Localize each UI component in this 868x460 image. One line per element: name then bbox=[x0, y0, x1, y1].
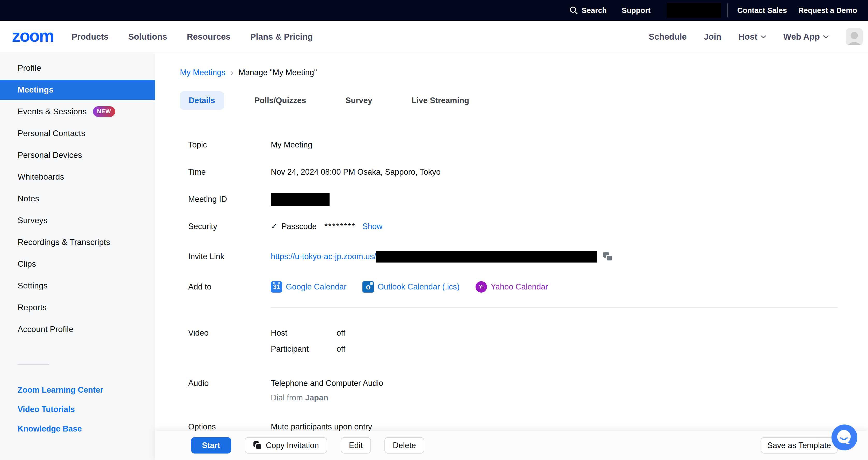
sidebar-item-label: Account Profile bbox=[18, 324, 73, 334]
google-calendar-icon: 31 bbox=[271, 281, 282, 293]
nav-host-label: Host bbox=[739, 32, 757, 42]
google-calendar-label: Google Calendar bbox=[286, 282, 346, 292]
video-participant-label: Participant bbox=[271, 344, 337, 354]
tab-bar: Details Polls/Quizzes Survey Live Stream… bbox=[180, 91, 868, 110]
zoom-logo[interactable]: zoom bbox=[12, 27, 53, 47]
video-host-label: Host bbox=[271, 328, 337, 338]
outlook-calendar-link[interactable]: o Outlook Calendar (.ics) bbox=[363, 281, 460, 293]
dial-from-prefix: Dial from bbox=[271, 393, 305, 402]
breadcrumb-separator: › bbox=[231, 68, 234, 77]
sidebar-item-reports[interactable]: Reports bbox=[0, 297, 155, 317]
contact-sales-link[interactable]: Contact Sales bbox=[737, 6, 787, 15]
request-demo-link[interactable]: Request a Demo bbox=[798, 6, 857, 15]
main-content: My Meetings › Manage "My Meeting" Detail… bbox=[155, 53, 868, 460]
search-button[interactable]: Search bbox=[569, 6, 607, 15]
copy-invitation-label: Copy Invitation bbox=[266, 441, 319, 450]
sidebar-item-label: Recordings & Transcripts bbox=[18, 237, 110, 247]
sidebar-item-clips[interactable]: Clips bbox=[0, 254, 155, 274]
delete-button[interactable]: Delete bbox=[384, 437, 424, 454]
tab-survey[interactable]: Survey bbox=[337, 91, 381, 110]
nav-schedule[interactable]: Schedule bbox=[649, 32, 687, 42]
copy-invite-link-icon[interactable] bbox=[603, 251, 613, 262]
nav-solutions[interactable]: Solutions bbox=[128, 32, 167, 42]
tab-live-streaming[interactable]: Live Streaming bbox=[403, 91, 478, 110]
sidebar-item-surveys[interactable]: Surveys bbox=[0, 210, 155, 230]
nav-host[interactable]: Host bbox=[739, 32, 766, 42]
sidebar-link-video-tutorials[interactable]: Video Tutorials bbox=[0, 400, 155, 419]
sidebar-item-personal-devices[interactable]: Personal Devices bbox=[0, 145, 155, 165]
options-section: Options Mute participants upon entry bbox=[155, 422, 868, 431]
time-label: Time bbox=[188, 167, 271, 177]
action-bar: Start Copy Invitation Edit Delete Save a… bbox=[155, 431, 868, 460]
breadcrumb: My Meetings › Manage "My Meeting" bbox=[180, 68, 868, 77]
sidebar-item-label: Clips bbox=[18, 259, 36, 269]
chevron-down-icon bbox=[761, 35, 766, 38]
options-value: Mute participants upon entry bbox=[271, 422, 372, 431]
new-badge: NEW bbox=[93, 106, 115, 117]
search-label: Search bbox=[582, 6, 607, 15]
sidebar: Profile Meetings Events & Sessions NEW P… bbox=[0, 53, 155, 460]
topbar-divider bbox=[727, 3, 728, 17]
yahoo-calendar-link[interactable]: Y! Yahoo Calendar bbox=[475, 281, 548, 293]
sidebar-item-account-profile[interactable]: Account Profile bbox=[0, 319, 155, 339]
nav-web-app-label: Web App bbox=[783, 32, 820, 42]
sidebar-item-settings[interactable]: Settings bbox=[0, 276, 155, 296]
sidebar-item-label: Profile bbox=[18, 63, 41, 73]
nav-products[interactable]: Products bbox=[71, 32, 108, 42]
passcode-mask: ******** bbox=[324, 222, 356, 231]
sidebar-item-label: Notes bbox=[18, 194, 39, 203]
nav-web-app[interactable]: Web App bbox=[783, 32, 829, 42]
sidebar-item-recordings-transcripts[interactable]: Recordings & Transcripts bbox=[0, 232, 155, 252]
edit-button[interactable]: Edit bbox=[341, 437, 371, 454]
breadcrumb-my-meetings[interactable]: My Meetings bbox=[180, 68, 225, 77]
yahoo-calendar-label: Yahoo Calendar bbox=[491, 282, 548, 292]
start-button[interactable]: Start bbox=[191, 437, 231, 454]
google-calendar-link[interactable]: 31 Google Calendar bbox=[271, 281, 346, 293]
sidebar-link-knowledge-base[interactable]: Knowledge Base bbox=[0, 419, 155, 438]
sidebar-item-meetings[interactable]: Meetings bbox=[0, 80, 155, 100]
main-navbar: zoom Products Solutions Resources Plans … bbox=[0, 21, 868, 53]
sidebar-item-whiteboards[interactable]: Whiteboards bbox=[0, 167, 155, 187]
invite-link-label: Invite Link bbox=[188, 252, 271, 261]
security-row: Security ✓ Passcode ******** Show bbox=[155, 213, 868, 240]
nav-resources[interactable]: Resources bbox=[187, 32, 231, 42]
sidebar-link-learning-center[interactable]: Zoom Learning Center bbox=[0, 380, 155, 400]
sidebar-item-profile[interactable]: Profile bbox=[0, 58, 155, 78]
user-avatar[interactable] bbox=[846, 28, 863, 45]
sidebar-item-label: Reports bbox=[18, 303, 46, 312]
save-as-template-button[interactable]: Save as Template bbox=[761, 437, 838, 454]
support-chat-button[interactable] bbox=[832, 425, 858, 451]
outlook-calendar-label: Outlook Calendar (.ics) bbox=[377, 282, 460, 292]
yahoo-calendar-icon: Y! bbox=[475, 281, 487, 293]
video-host-row: Host off bbox=[271, 328, 345, 338]
nav-plans-pricing[interactable]: Plans & Pricing bbox=[250, 32, 313, 42]
security-label: Security bbox=[188, 222, 271, 231]
section-divider bbox=[271, 307, 838, 308]
add-to-row: Add to 31 Google Calendar o Outlook Cale… bbox=[155, 273, 868, 300]
dial-from-line: Dial from Japan bbox=[271, 393, 383, 402]
invite-link-row: Invite Link https://u-tokyo-ac-jp.zoom.u… bbox=[155, 240, 868, 273]
chat-bubble-icon bbox=[832, 425, 858, 451]
nav-join[interactable]: Join bbox=[704, 32, 721, 42]
sidebar-item-label: Whiteboards bbox=[18, 172, 64, 182]
page-title: Manage "My Meeting" bbox=[239, 68, 317, 77]
invite-link-url[interactable]: https://u-tokyo-ac-jp.zoom.us/ bbox=[271, 252, 376, 261]
meeting-id-label: Meeting ID bbox=[188, 195, 271, 204]
sidebar-item-events-sessions[interactable]: Events & Sessions NEW bbox=[0, 102, 155, 121]
person-icon bbox=[846, 31, 863, 45]
sidebar-item-label: Settings bbox=[18, 281, 48, 290]
tab-details[interactable]: Details bbox=[180, 91, 224, 110]
dial-from-country: Japan bbox=[305, 393, 329, 402]
add-to-label: Add to bbox=[188, 282, 271, 292]
show-passcode-link[interactable]: Show bbox=[363, 222, 382, 231]
options-label: Options bbox=[188, 422, 271, 431]
passcode-label: Passcode bbox=[281, 222, 317, 231]
sidebar-item-personal-contacts[interactable]: Personal Contacts bbox=[0, 123, 155, 143]
redacted-phone-number bbox=[666, 3, 721, 18]
video-participant-row: Participant off bbox=[271, 344, 345, 354]
tab-polls-quizzes[interactable]: Polls/Quizzes bbox=[246, 91, 315, 110]
support-link[interactable]: Support bbox=[622, 6, 651, 15]
copy-invitation-button[interactable]: Copy Invitation bbox=[245, 437, 327, 454]
sidebar-item-notes[interactable]: Notes bbox=[0, 189, 155, 209]
time-value: Nov 24, 2024 08:00 PM Osaka, Sapporo, To… bbox=[271, 167, 441, 177]
